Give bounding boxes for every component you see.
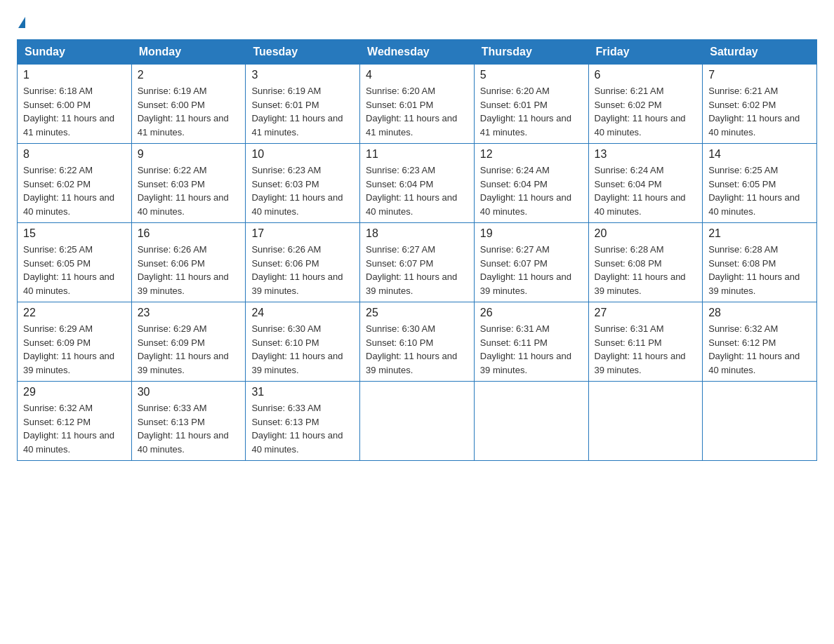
- day-number: 26: [480, 307, 583, 319]
- day-number: 29: [23, 386, 126, 398]
- calendar-cell: 20 Sunrise: 6:28 AMSunset: 6:08 PMDaylig…: [588, 223, 703, 302]
- calendar-cell: 15 Sunrise: 6:25 AMSunset: 6:05 PMDaylig…: [18, 223, 132, 302]
- day-info: Sunrise: 6:29 AMSunset: 6:09 PMDaylight:…: [23, 323, 114, 375]
- day-info: Sunrise: 6:32 AMSunset: 6:12 PMDaylight:…: [23, 403, 114, 455]
- day-number: 21: [708, 227, 811, 240]
- day-number: 9: [138, 148, 240, 161]
- day-number: 27: [595, 307, 697, 319]
- day-info: Sunrise: 6:27 AMSunset: 6:07 PMDaylight:…: [366, 244, 457, 296]
- day-number: 12: [480, 148, 583, 161]
- calendar-cell: 8 Sunrise: 6:22 AMSunset: 6:02 PMDayligh…: [18, 144, 132, 223]
- day-info: Sunrise: 6:32 AMSunset: 6:12 PMDaylight:…: [708, 323, 800, 375]
- calendar-cell: 1 Sunrise: 6:18 AMSunset: 6:00 PMDayligh…: [18, 65, 132, 144]
- day-number: 8: [23, 148, 126, 161]
- day-number: 23: [138, 307, 240, 319]
- calendar-cell: 11 Sunrise: 6:23 AMSunset: 6:04 PMDaylig…: [360, 144, 475, 223]
- calendar-week-row: 8 Sunrise: 6:22 AMSunset: 6:02 PMDayligh…: [18, 144, 817, 223]
- day-info: Sunrise: 6:27 AMSunset: 6:07 PMDaylight:…: [480, 244, 571, 296]
- day-info: Sunrise: 6:30 AMSunset: 6:10 PMDaylight:…: [251, 323, 343, 375]
- logo: [17, 17, 25, 28]
- day-number: 13: [595, 148, 697, 161]
- calendar-cell: 29 Sunrise: 6:32 AMSunset: 6:12 PMDaylig…: [18, 382, 132, 461]
- day-number: 2: [138, 69, 240, 81]
- column-header-sunday: Sunday: [18, 40, 132, 65]
- day-number: 11: [366, 148, 468, 161]
- calendar-cell: 21 Sunrise: 6:28 AMSunset: 6:08 PMDaylig…: [703, 223, 817, 302]
- calendar-cell: 23 Sunrise: 6:29 AMSunset: 6:09 PMDaylig…: [131, 302, 246, 382]
- calendar-body: 1 Sunrise: 6:18 AMSunset: 6:00 PMDayligh…: [18, 65, 817, 461]
- calendar-cell: 5 Sunrise: 6:20 AMSunset: 6:01 PMDayligh…: [474, 65, 588, 144]
- calendar-cell: 9 Sunrise: 6:22 AMSunset: 6:03 PMDayligh…: [131, 144, 246, 223]
- calendar-cell: 22 Sunrise: 6:29 AMSunset: 6:09 PMDaylig…: [18, 302, 132, 382]
- column-header-friday: Friday: [588, 40, 703, 65]
- calendar-cell: 16 Sunrise: 6:26 AMSunset: 6:06 PMDaylig…: [131, 223, 246, 302]
- day-number: 3: [251, 69, 354, 81]
- calendar-cell: 25 Sunrise: 6:30 AMSunset: 6:10 PMDaylig…: [360, 302, 475, 382]
- day-info: Sunrise: 6:33 AMSunset: 6:13 PMDaylight:…: [251, 403, 343, 455]
- calendar-cell: [474, 382, 588, 461]
- calendar-cell: 6 Sunrise: 6:21 AMSunset: 6:02 PMDayligh…: [588, 65, 703, 144]
- day-number: 1: [23, 69, 126, 81]
- day-info: Sunrise: 6:28 AMSunset: 6:08 PMDaylight:…: [708, 244, 800, 296]
- header-row: SundayMondayTuesdayWednesdayThursdayFrid…: [18, 40, 817, 65]
- day-number: 6: [595, 69, 697, 81]
- day-number: 24: [251, 307, 354, 319]
- day-number: 31: [251, 386, 354, 398]
- day-info: Sunrise: 6:22 AMSunset: 6:03 PMDaylight:…: [138, 165, 229, 217]
- day-info: Sunrise: 6:20 AMSunset: 6:01 PMDaylight:…: [366, 86, 457, 137]
- column-header-thursday: Thursday: [474, 40, 588, 65]
- column-header-monday: Monday: [131, 40, 246, 65]
- calendar-cell: 14 Sunrise: 6:25 AMSunset: 6:05 PMDaylig…: [703, 144, 817, 223]
- day-info: Sunrise: 6:20 AMSunset: 6:01 PMDaylight:…: [480, 86, 571, 137]
- day-info: Sunrise: 6:26 AMSunset: 6:06 PMDaylight:…: [251, 244, 343, 296]
- calendar-cell: 2 Sunrise: 6:19 AMSunset: 6:00 PMDayligh…: [131, 65, 246, 144]
- day-number: 19: [480, 227, 583, 240]
- calendar-cell: [588, 382, 703, 461]
- day-number: 22: [23, 307, 126, 319]
- day-number: 4: [366, 69, 468, 81]
- calendar-week-row: 22 Sunrise: 6:29 AMSunset: 6:09 PMDaylig…: [18, 302, 817, 382]
- calendar-cell: 26 Sunrise: 6:31 AMSunset: 6:11 PMDaylig…: [474, 302, 588, 382]
- day-info: Sunrise: 6:21 AMSunset: 6:02 PMDaylight:…: [595, 86, 686, 137]
- day-info: Sunrise: 6:26 AMSunset: 6:06 PMDaylight:…: [138, 244, 229, 296]
- day-info: Sunrise: 6:23 AMSunset: 6:04 PMDaylight:…: [366, 165, 457, 217]
- day-info: Sunrise: 6:19 AMSunset: 6:00 PMDaylight:…: [138, 86, 229, 137]
- calendar-cell: 7 Sunrise: 6:21 AMSunset: 6:02 PMDayligh…: [703, 65, 817, 144]
- calendar-cell: 31 Sunrise: 6:33 AMSunset: 6:13 PMDaylig…: [246, 382, 360, 461]
- calendar-cell: 30 Sunrise: 6:33 AMSunset: 6:13 PMDaylig…: [131, 382, 246, 461]
- day-info: Sunrise: 6:30 AMSunset: 6:10 PMDaylight:…: [366, 323, 457, 375]
- day-info: Sunrise: 6:25 AMSunset: 6:05 PMDaylight:…: [23, 244, 114, 296]
- calendar-cell: 10 Sunrise: 6:23 AMSunset: 6:03 PMDaylig…: [246, 144, 360, 223]
- calendar-cell: 3 Sunrise: 6:19 AMSunset: 6:01 PMDayligh…: [246, 65, 360, 144]
- day-info: Sunrise: 6:21 AMSunset: 6:02 PMDaylight:…: [708, 86, 800, 137]
- calendar-cell: 24 Sunrise: 6:30 AMSunset: 6:10 PMDaylig…: [246, 302, 360, 382]
- calendar-cell: 17 Sunrise: 6:26 AMSunset: 6:06 PMDaylig…: [246, 223, 360, 302]
- day-info: Sunrise: 6:25 AMSunset: 6:05 PMDaylight:…: [708, 165, 800, 217]
- calendar-cell: [703, 382, 817, 461]
- day-number: 16: [138, 227, 240, 240]
- day-info: Sunrise: 6:33 AMSunset: 6:13 PMDaylight:…: [138, 403, 229, 455]
- calendar-cell: 19 Sunrise: 6:27 AMSunset: 6:07 PMDaylig…: [474, 223, 588, 302]
- calendar-cell: 28 Sunrise: 6:32 AMSunset: 6:12 PMDaylig…: [703, 302, 817, 382]
- calendar-cell: 12 Sunrise: 6:24 AMSunset: 6:04 PMDaylig…: [474, 144, 588, 223]
- day-info: Sunrise: 6:31 AMSunset: 6:11 PMDaylight:…: [480, 323, 571, 375]
- day-number: 17: [251, 227, 354, 240]
- calendar-cell: 4 Sunrise: 6:20 AMSunset: 6:01 PMDayligh…: [360, 65, 475, 144]
- day-info: Sunrise: 6:31 AMSunset: 6:11 PMDaylight:…: [595, 323, 686, 375]
- day-info: Sunrise: 6:19 AMSunset: 6:01 PMDaylight:…: [251, 86, 343, 137]
- day-info: Sunrise: 6:24 AMSunset: 6:04 PMDaylight:…: [480, 165, 571, 217]
- calendar-cell: 27 Sunrise: 6:31 AMSunset: 6:11 PMDaylig…: [588, 302, 703, 382]
- calendar-week-row: 15 Sunrise: 6:25 AMSunset: 6:05 PMDaylig…: [18, 223, 817, 302]
- calendar-cell: 18 Sunrise: 6:27 AMSunset: 6:07 PMDaylig…: [360, 223, 475, 302]
- day-info: Sunrise: 6:23 AMSunset: 6:03 PMDaylight:…: [251, 165, 343, 217]
- column-header-wednesday: Wednesday: [360, 40, 475, 65]
- day-number: 18: [366, 227, 468, 240]
- day-info: Sunrise: 6:24 AMSunset: 6:04 PMDaylight:…: [595, 165, 686, 217]
- logo-triangle-icon: [18, 17, 25, 28]
- day-number: 20: [595, 227, 697, 240]
- column-header-tuesday: Tuesday: [246, 40, 360, 65]
- page-header: [17, 17, 817, 28]
- calendar-week-row: 1 Sunrise: 6:18 AMSunset: 6:00 PMDayligh…: [18, 65, 817, 144]
- calendar-header: SundayMondayTuesdayWednesdayThursdayFrid…: [18, 40, 817, 65]
- day-info: Sunrise: 6:28 AMSunset: 6:08 PMDaylight:…: [595, 244, 686, 296]
